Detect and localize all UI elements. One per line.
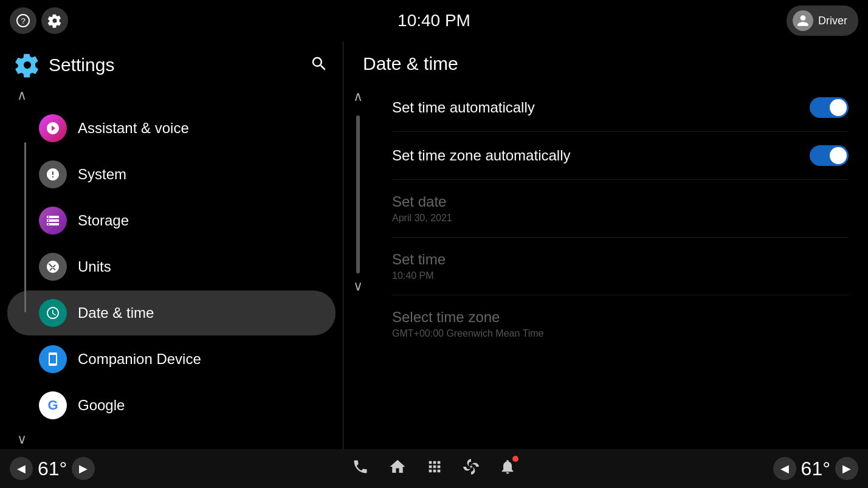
toggle-set-time-auto[interactable]	[810, 97, 849, 118]
top-bar: ? 10:40 PM Driver	[0, 0, 868, 41]
driver-label: Driver	[818, 15, 847, 27]
scroll-up-indicator[interactable]: ∧	[7, 85, 336, 106]
storage-icon	[39, 207, 67, 235]
grid-icon-btn[interactable]	[426, 458, 443, 479]
setting-row-set-timezone-auto[interactable]: Set time zone automatically	[392, 132, 849, 180]
system-icon	[39, 160, 67, 188]
driver-button[interactable]: Driver	[787, 5, 858, 36]
toggle-knob-set-time-auto	[830, 99, 847, 116]
right-scroll-up-btn[interactable]: ∧	[343, 84, 373, 109]
phone-icon-btn[interactable]	[352, 458, 369, 479]
home-icon	[388, 458, 407, 476]
sidebar-item-companion[interactable]: Companion Device	[7, 337, 336, 382]
setting-row-set-time-auto[interactable]: Set time automatically	[392, 84, 849, 132]
scroll-down-indicator[interactable]: ∨	[7, 429, 336, 449]
bottom-left: ◀ 61° ▶	[10, 457, 95, 480]
toggle-knob-set-timezone-auto	[830, 147, 847, 164]
bottom-bar: ◀ 61° ▶	[0, 449, 868, 488]
sidebar-item-datetime[interactable]: Date & time	[7, 290, 336, 335]
settings-title: Settings	[49, 55, 114, 75]
units-icon-svg	[46, 259, 60, 274]
chevron-down-icon: ∨	[17, 431, 27, 447]
sidebar-item-google-label: Google	[78, 397, 125, 414]
storage-icon-svg	[46, 213, 60, 228]
setting-label-set-date: Set date April 30, 2021	[392, 193, 452, 224]
sidebar-active-bar	[24, 142, 26, 312]
bell-icon-btn[interactable]	[499, 458, 516, 479]
driver-avatar	[793, 10, 813, 31]
bottom-center	[352, 458, 516, 480]
google-letter: G	[47, 397, 58, 413]
fan-icon	[463, 458, 480, 475]
chevron-down-icon: ∨	[353, 278, 363, 294]
assistant-icon	[39, 114, 67, 142]
right-panel: Date & time ∧ ∨ Set time automatically	[343, 41, 868, 449]
user-icon	[796, 14, 810, 27]
temp-right-decrease-btn[interactable]: ◀	[773, 457, 796, 480]
settings-header: Settings	[0, 41, 343, 85]
notification-dot	[512, 456, 518, 462]
temp-left-display: 61°	[38, 458, 67, 480]
right-settings-list: Set time automatically Set time zone aut…	[373, 84, 868, 449]
units-icon	[39, 253, 67, 281]
temp-left-decrease-btn[interactable]: ◀	[10, 457, 33, 480]
question-icon: ?	[16, 14, 30, 27]
search-icon-btn[interactable]	[310, 55, 328, 75]
right-header: Date & time	[343, 41, 868, 84]
datetime-icon-svg	[46, 306, 60, 320]
setting-label-set-time-auto: Set time automatically	[392, 99, 535, 116]
phone-icon	[352, 458, 369, 475]
temp-right-increase-btn[interactable]: ▶	[835, 457, 858, 480]
bottom-right: ◀ 61° ▶	[773, 457, 858, 480]
grid-icon	[426, 458, 443, 475]
sidebar-item-storage-label: Storage	[78, 212, 129, 229]
sidebar-item-storage[interactable]: Storage	[7, 198, 336, 243]
right-scroll-col: ∧ ∨	[343, 84, 373, 449]
sidebar-item-units[interactable]: Units	[7, 244, 336, 289]
temp-left-increase-btn[interactable]: ▶	[72, 457, 95, 480]
svg-text:?: ?	[21, 16, 25, 26]
setting-label-set-time: Set time 10:40 PM	[392, 251, 446, 281]
sidebar-item-assistant-label: Assistant & voice	[78, 120, 189, 137]
sidebar-item-system[interactable]: System	[7, 152, 336, 197]
gear-icon	[47, 13, 62, 28]
settings-gear-icon	[15, 52, 40, 78]
temp-right-display: 61°	[801, 458, 830, 480]
chevron-up-icon: ∧	[17, 88, 27, 103]
setting-label-set-timezone-auto: Set time zone automatically	[392, 147, 570, 164]
question-icon-btn[interactable]: ?	[10, 7, 36, 34]
top-bar-right: Driver	[787, 5, 858, 36]
setting-row-select-timezone: Select time zone GMT+00:00 Greenwich Mea…	[392, 295, 849, 352]
setting-label-select-timezone: Select time zone GMT+00:00 Greenwich Mea…	[392, 309, 543, 339]
right-panel-title: Date & time	[363, 53, 458, 74]
settings-icon-btn[interactable]	[41, 7, 68, 34]
assistant-icon-svg	[46, 121, 60, 136]
sidebar-item-google[interactable]: G Google	[7, 383, 336, 428]
right-scroll-down-btn[interactable]: ∨	[343, 273, 373, 299]
sidebar-item-datetime-label: Date & time	[78, 304, 154, 321]
right-content: ∧ ∨ Set time automatically	[343, 84, 868, 449]
settings-title-row: Settings	[15, 52, 114, 78]
left-panel: Settings ∧	[0, 41, 343, 449]
setting-row-set-time: Set time 10:40 PM	[392, 238, 849, 295]
sidebar-item-assistant[interactable]: Assistant & voice	[7, 106, 336, 151]
companion-icon	[39, 345, 67, 373]
top-bar-left: ?	[10, 7, 68, 34]
sidebar-item-system-label: System	[78, 166, 126, 183]
home-icon-btn[interactable]	[388, 458, 407, 480]
clock-display: 10:40 PM	[398, 11, 470, 30]
setting-row-set-date: Set date April 30, 2021	[392, 180, 849, 238]
search-icon	[310, 55, 328, 73]
sidebar-item-companion-label: Companion Device	[78, 351, 201, 368]
sidebar-list: ∧ Assistant & voice	[0, 85, 343, 449]
main-layout: Settings ∧	[0, 41, 868, 449]
datetime-icon	[39, 299, 67, 327]
fan-icon-btn[interactable]	[463, 458, 480, 479]
toggle-set-timezone-auto[interactable]	[810, 145, 849, 166]
sidebar-item-units-label: Units	[78, 258, 111, 275]
system-icon-svg	[46, 167, 60, 182]
google-icon: G	[39, 391, 67, 419]
chevron-up-icon: ∧	[353, 89, 363, 104]
right-scroll-bar	[356, 115, 360, 273]
companion-icon-svg	[46, 352, 60, 366]
